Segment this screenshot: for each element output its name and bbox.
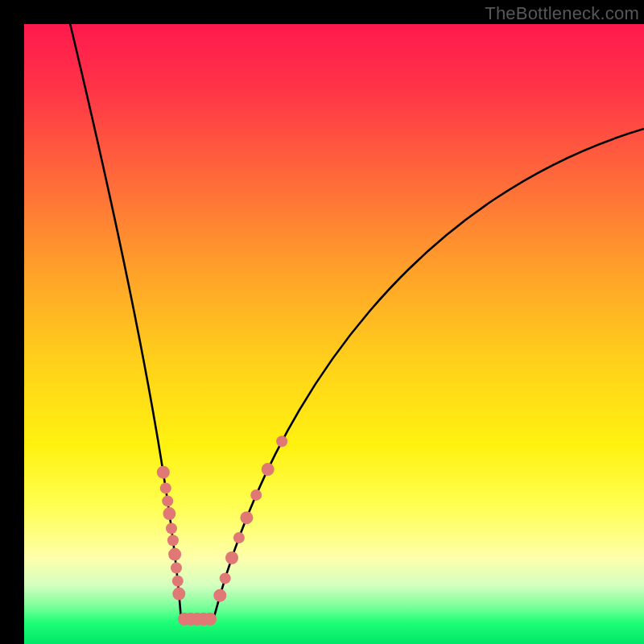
data-markers xyxy=(157,436,287,625)
data-marker xyxy=(240,511,253,524)
data-marker xyxy=(167,535,179,546)
data-marker xyxy=(233,532,245,543)
data-marker xyxy=(166,522,177,534)
data-marker xyxy=(171,563,182,574)
data-marker xyxy=(204,613,217,625)
data-marker xyxy=(172,588,185,601)
data-marker xyxy=(276,436,287,447)
data-marker xyxy=(220,572,231,584)
data-marker xyxy=(213,589,226,602)
data-marker xyxy=(162,495,173,506)
bottleneck-curve xyxy=(24,24,644,644)
watermark-label: TheBottleneck.com xyxy=(485,3,639,24)
plot-area xyxy=(24,24,644,644)
data-marker xyxy=(225,551,238,564)
chart-frame: TheBottleneck.com xyxy=(0,0,644,644)
data-marker xyxy=(160,482,171,493)
data-marker xyxy=(262,463,275,476)
data-marker xyxy=(168,548,181,561)
data-marker xyxy=(157,466,170,479)
data-marker xyxy=(163,507,175,520)
data-marker xyxy=(172,576,184,587)
data-marker xyxy=(250,489,262,501)
